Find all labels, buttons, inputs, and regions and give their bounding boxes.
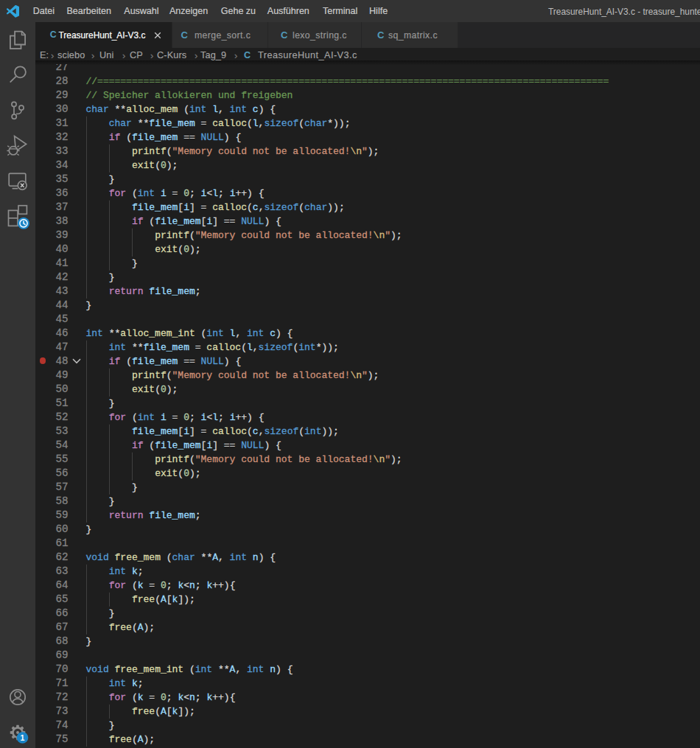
svg-text:1: 1 — [21, 733, 25, 742]
